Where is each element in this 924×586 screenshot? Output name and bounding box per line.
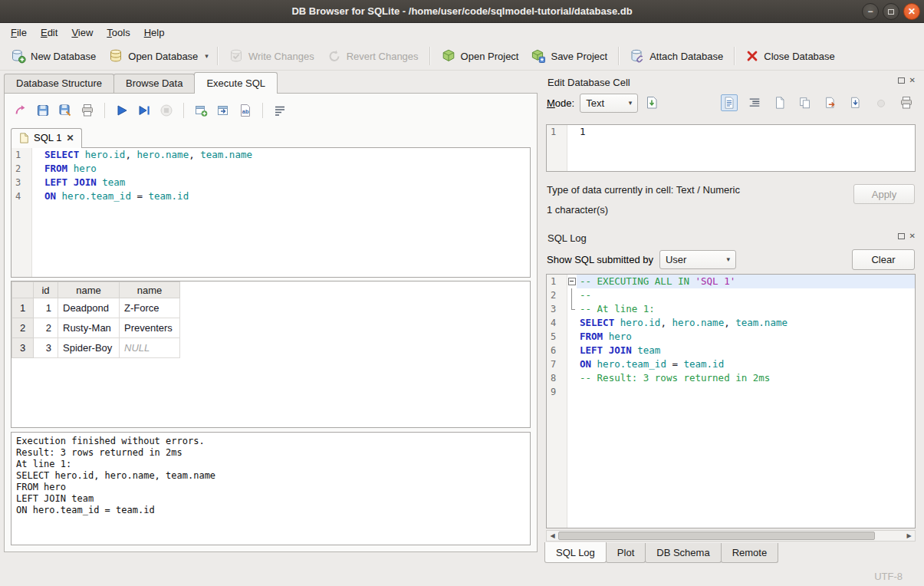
menu-file[interactable]: File xyxy=(4,25,34,41)
menu-view[interactable]: View xyxy=(64,25,100,41)
row-number[interactable]: 1 xyxy=(12,298,34,318)
json-mode-button[interactable] xyxy=(771,94,788,111)
cell-editor[interactable]: 1 1 xyxy=(546,124,916,172)
tab-database-structure[interactable]: Database Structure xyxy=(4,74,114,93)
log-source-combobox[interactable]: User ▾ xyxy=(659,250,736,269)
close-database-button[interactable]: Close Database xyxy=(739,46,841,66)
tab-db-schema[interactable]: DB Schema xyxy=(645,543,721,563)
text-mode-button[interactable] xyxy=(721,94,738,111)
sql-log-view[interactable]: 1-- EXECUTING ALL IN 'SQL 1'2--3-- At li… xyxy=(546,274,916,528)
fold-margin xyxy=(567,371,577,385)
detach-tab-button[interactable] xyxy=(215,103,231,118)
close-button[interactable]: ✕ xyxy=(903,3,920,20)
results-grid[interactable]: idnamename11DeadpondZ-Force22Rusty-ManPr… xyxy=(11,281,531,428)
table-row[interactable]: 11DeadpondZ-Force xyxy=(12,298,180,318)
menu-tools[interactable]: Tools xyxy=(100,25,136,41)
results-table: idnamename11DeadpondZ-Force22Rusty-ManPr… xyxy=(12,281,180,358)
line-number: 2 xyxy=(12,162,31,176)
table-cell[interactable]: 2 xyxy=(34,318,58,338)
print-cell-button[interactable] xyxy=(898,94,915,111)
tab-sql-log[interactable]: SQL Log xyxy=(544,542,607,563)
save-project-button[interactable]: Save Project xyxy=(524,45,613,67)
table-cell[interactable]: Rusty-Man xyxy=(58,318,120,338)
new-database-button[interactable]: New Database xyxy=(5,45,102,67)
apply-button: Apply xyxy=(853,184,915,204)
save-cell-button[interactable] xyxy=(847,94,864,111)
export-cell-button[interactable] xyxy=(822,94,839,111)
open-sql-file-button[interactable] xyxy=(35,103,51,118)
tab-plot[interactable]: Plot xyxy=(606,543,646,563)
tab-browse-data[interactable]: Browse Data xyxy=(113,74,195,93)
dock-float-icon[interactable] xyxy=(898,233,905,239)
table-cell[interactable]: 3 xyxy=(34,338,58,358)
import-cell-data-button[interactable] xyxy=(643,94,660,111)
save-sql-file-button[interactable] xyxy=(58,103,73,118)
dock-close-icon[interactable]: ✕ xyxy=(909,77,916,84)
table-row[interactable]: 33Spider-BoyNULL xyxy=(12,338,180,358)
sql-log-dock-header[interactable]: SQL Log ✕ xyxy=(544,229,917,246)
mode-combobox[interactable]: Text ▾ xyxy=(580,94,638,113)
table-cell[interactable]: Preventers xyxy=(120,318,180,338)
format-sql-button[interactable]: ab xyxy=(238,103,253,118)
fold-marker-icon[interactable] xyxy=(567,275,577,288)
menubar: File Edit View Tools Help xyxy=(0,23,924,42)
table-row[interactable]: 22Rusty-ManPreventers xyxy=(12,318,180,338)
titlebar[interactable]: DB Browser for SQLite - /home/user/code/… xyxy=(0,0,924,23)
attach-database-button[interactable]: Attach Database xyxy=(623,45,729,67)
clear-log-button[interactable]: Clear xyxy=(852,249,915,270)
left-pane: Database Structure Browse Data Execute S… xyxy=(0,71,539,566)
tab-remote[interactable]: Remote xyxy=(721,543,779,563)
line-number: 7 xyxy=(547,357,567,371)
fold-margin xyxy=(31,162,41,176)
menu-edit[interactable]: Edit xyxy=(34,25,64,41)
table-cell[interactable]: NULL xyxy=(120,338,180,358)
column-header[interactable]: id xyxy=(34,282,58,298)
sql-toolbar-separator xyxy=(262,103,263,118)
table-cell[interactable]: 1 xyxy=(34,298,58,318)
scroll-right-icon[interactable]: ▶ xyxy=(903,532,915,539)
sql-doc-tab-close-icon[interactable]: ✕ xyxy=(66,133,74,143)
line-number: 3 xyxy=(547,302,567,316)
execution-message: Execution finished without errors. Resul… xyxy=(11,432,531,545)
new-sql-tab-button[interactable] xyxy=(13,103,28,118)
row-number[interactable]: 3 xyxy=(12,338,34,358)
table-cell[interactable]: Deadpond xyxy=(58,298,120,318)
maximize-button[interactable] xyxy=(883,3,899,20)
open-database-menu-caret[interactable]: ▾ xyxy=(201,48,212,64)
open-project-button[interactable]: Open Project xyxy=(435,45,525,67)
log-horizontal-scrollbar[interactable]: ◀ ▶ xyxy=(546,530,916,542)
edit-cell-dock-header[interactable]: Edit Database Cell ✕ xyxy=(544,74,917,91)
scrollbar-thumb[interactable] xyxy=(558,532,875,540)
null-cell-button xyxy=(873,94,889,111)
dock-float-icon[interactable] xyxy=(898,77,905,84)
cell-type-info: Type of data currently in cell: Text / N… xyxy=(547,184,740,196)
print-button[interactable] xyxy=(80,103,95,118)
minimize-button[interactable]: − xyxy=(862,3,879,20)
open-in-new-tab-button[interactable] xyxy=(193,103,209,118)
statusbar: UTF-8 xyxy=(0,566,924,586)
row-number-header[interactable] xyxy=(12,282,34,298)
fold-margin xyxy=(567,385,577,399)
sql-doc-tab[interactable]: SQL 1 ✕ xyxy=(11,128,82,148)
scroll-left-icon[interactable]: ◀ xyxy=(547,532,558,539)
execute-all-button[interactable] xyxy=(114,103,130,118)
dock-close-icon[interactable]: ✕ xyxy=(909,232,916,240)
table-cell[interactable]: Spider-Boy xyxy=(58,338,120,358)
open-in-new-tab-icon xyxy=(194,104,208,117)
fold-margin xyxy=(31,189,41,203)
sql-editor[interactable]: 1SELECT hero.id, hero.name, team.name2FR… xyxy=(11,147,531,278)
open-database-button[interactable]: Open Database xyxy=(102,45,204,67)
column-header[interactable]: name xyxy=(120,282,180,298)
code-line: 4ON hero.team_id = team.id xyxy=(12,189,530,203)
code-line: 8-- Result: 3 rows returned in 2ms xyxy=(547,371,915,385)
word-wrap-button[interactable] xyxy=(272,103,288,118)
copy-cell-button[interactable] xyxy=(797,94,814,111)
tab-execute-sql[interactable]: Execute SQL xyxy=(194,72,278,94)
column-header[interactable]: name xyxy=(58,282,120,298)
wrap-lines-button[interactable] xyxy=(746,94,763,111)
menu-help[interactable]: Help xyxy=(137,25,172,41)
line-number: 2 xyxy=(547,288,567,302)
execute-line-button[interactable] xyxy=(136,103,152,118)
row-number[interactable]: 2 xyxy=(12,318,34,338)
table-cell[interactable]: Z-Force xyxy=(120,298,180,318)
